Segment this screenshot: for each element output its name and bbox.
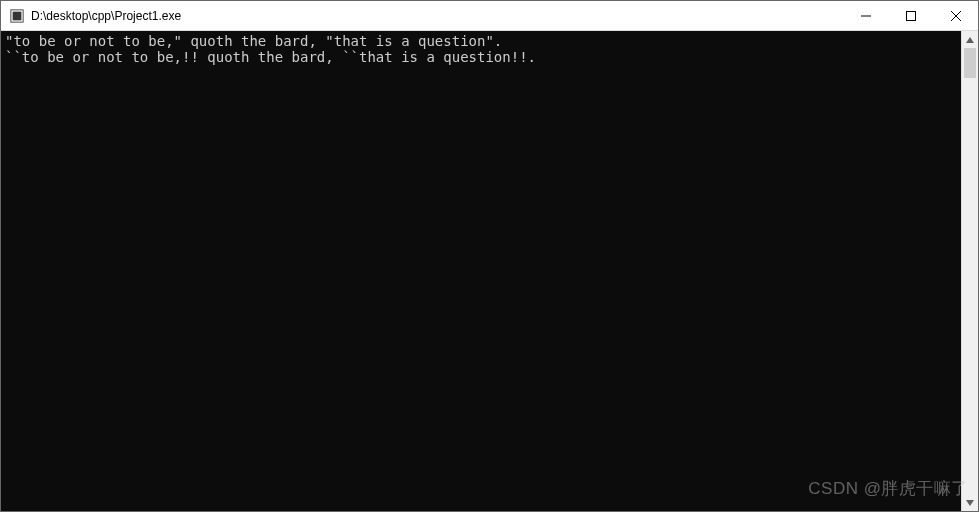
console-window: D:\desktop\cpp\Project1.exe "to be or no…: [0, 0, 979, 512]
scroll-track[interactable]: [962, 48, 978, 494]
window-controls: [843, 1, 978, 30]
minimize-button[interactable]: [843, 1, 888, 30]
maximize-button[interactable]: [888, 1, 933, 30]
scroll-down-button[interactable]: [962, 494, 978, 511]
vertical-scrollbar[interactable]: [961, 31, 978, 511]
close-button[interactable]: [933, 1, 978, 30]
svg-rect-1: [13, 11, 22, 20]
console-output[interactable]: "to be or not to be," quoth the bard, "t…: [1, 31, 961, 511]
client-area: "to be or not to be," quoth the bard, "t…: [1, 31, 978, 511]
svg-rect-3: [906, 11, 915, 20]
console-line: ``to be or not to be,!! quoth the bard, …: [5, 49, 536, 65]
scroll-up-button[interactable]: [962, 31, 978, 48]
window-title: D:\desktop\cpp\Project1.exe: [31, 9, 843, 23]
app-icon: [9, 8, 25, 24]
scroll-thumb[interactable]: [964, 48, 976, 78]
titlebar[interactable]: D:\desktop\cpp\Project1.exe: [1, 1, 978, 31]
console-line: "to be or not to be," quoth the bard, "t…: [5, 33, 502, 49]
